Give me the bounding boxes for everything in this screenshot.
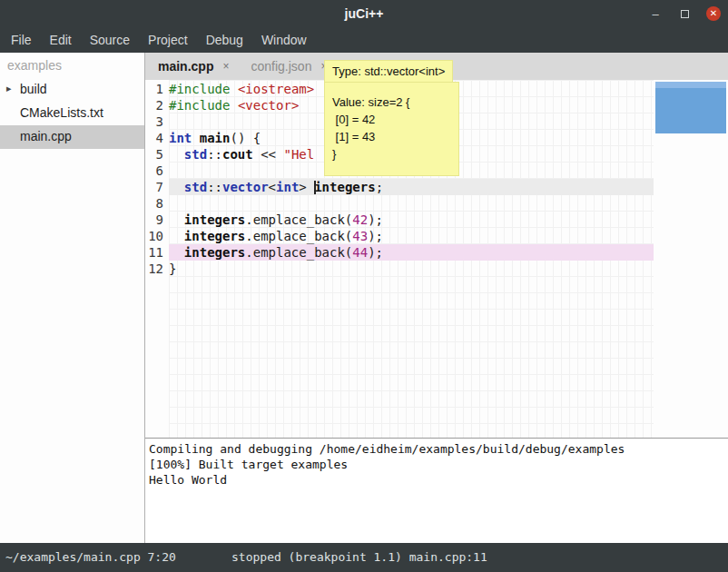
project-name: examples <box>0 53 144 78</box>
output-panel[interactable]: Compiling and debugging /home/eidheim/ex… <box>145 438 728 543</box>
output-line: Compiling and debugging /home/eidheim/ex… <box>149 441 724 457</box>
line-number: 6 <box>145 163 169 179</box>
editor-line[interactable]: 10 integers.emplace_back(43); <box>145 228 654 244</box>
tab-label: config.json <box>251 59 311 74</box>
menu-item-window[interactable]: Window <box>252 27 316 53</box>
tooltip-line: Value: size=2 { <box>332 94 451 111</box>
window-controls: – ✕ <box>648 0 721 27</box>
line-number: 8 <box>145 195 169 212</box>
line-number: 10 <box>145 228 169 244</box>
menu-item-debug[interactable]: Debug <box>197 27 252 53</box>
editor-line[interactable]: 7 std::vector<int> integers; <box>145 179 654 195</box>
tab-main-cpp[interactable]: main.cpp × <box>147 53 240 80</box>
titlebar: juCi++ – ✕ <box>0 0 728 27</box>
menu-item-file[interactable]: File <box>2 27 41 53</box>
menu-item-source[interactable]: Source <box>81 27 139 53</box>
line-number: 5 <box>145 146 169 163</box>
tab-label: main.cpp <box>158 59 213 74</box>
debug-tooltip-value: Value: size=2 { [0] = 42 [1] = 43 } <box>324 82 459 176</box>
code-line <box>169 195 654 212</box>
tooltip-line: [1] = 43 <box>332 128 451 145</box>
line-number: 7 <box>145 179 169 195</box>
editor-line[interactable]: 9 integers.emplace_back(42); <box>145 212 654 228</box>
tree-item-label: main.cpp <box>20 129 72 143</box>
close-button[interactable]: ✕ <box>706 6 721 21</box>
window-title: juCi++ <box>345 6 384 21</box>
scroll-marker[interactable] <box>655 82 726 133</box>
editor-line[interactable]: 12} <box>145 261 654 277</box>
status-file-position: ~/examples/main.cpp 7:20 <box>5 550 176 564</box>
chevron-right-icon: ▸ <box>6 83 12 94</box>
minimize-button[interactable]: – <box>648 6 663 21</box>
line-number: 4 <box>145 130 169 146</box>
line-number: 2 <box>145 97 169 113</box>
line-number: 1 <box>145 81 169 97</box>
tooltip-line: } <box>332 145 451 163</box>
juci-window: juCi++ – ✕ File Edit Source Project Debu… <box>0 0 728 572</box>
text-cursor <box>314 181 316 194</box>
line-number: 3 <box>145 113 169 130</box>
maximize-icon <box>681 10 689 18</box>
code-line: integers.emplace_back(42); <box>169 212 654 228</box>
menu-item-project[interactable]: Project <box>139 27 197 53</box>
tree-item-build[interactable]: ▸ build <box>0 78 144 102</box>
close-tab-icon[interactable]: × <box>222 60 229 73</box>
tree-item-label: build <box>20 82 47 96</box>
tree-item-main-cpp[interactable]: main.cpp <box>0 125 144 149</box>
statusbar: ~/examples/main.cpp 7:20 stopped (breakp… <box>0 543 728 572</box>
code-line: integers.emplace_back(44); <box>169 244 654 261</box>
status-debug-state: stopped (breakpoint 1.1) main.cpp:11 <box>231 550 487 564</box>
line-number: 9 <box>145 212 169 228</box>
output-line: Hello World <box>149 472 724 488</box>
tooltip-line: [0] = 42 <box>332 111 451 128</box>
line-number: 12 <box>145 261 169 277</box>
tree-item-cmakelists[interactable]: CMakeLists.txt <box>0 102 144 125</box>
editor-line[interactable]: 8 <box>145 195 654 212</box>
menu-item-edit[interactable]: Edit <box>41 27 81 53</box>
maximize-button[interactable] <box>677 6 692 21</box>
tree-item-label: CMakeLists.txt <box>20 105 103 120</box>
editor-line[interactable]: 11 integers.emplace_back(44); <box>145 244 654 261</box>
line-number: 11 <box>145 244 169 261</box>
code-line: } <box>169 261 654 277</box>
code-line: integers.emplace_back(43); <box>169 228 654 244</box>
output-line: [100%] Built target examples <box>149 457 724 472</box>
code-line: std::vector<int> integers; <box>169 179 654 195</box>
debug-tooltip-type: Type: std::vector<int> <box>324 60 453 83</box>
file-tree-panel: examples ▸ build CMakeLists.txt main.cpp <box>0 53 145 543</box>
menubar: File Edit Source Project Debug Window <box>0 27 728 53</box>
